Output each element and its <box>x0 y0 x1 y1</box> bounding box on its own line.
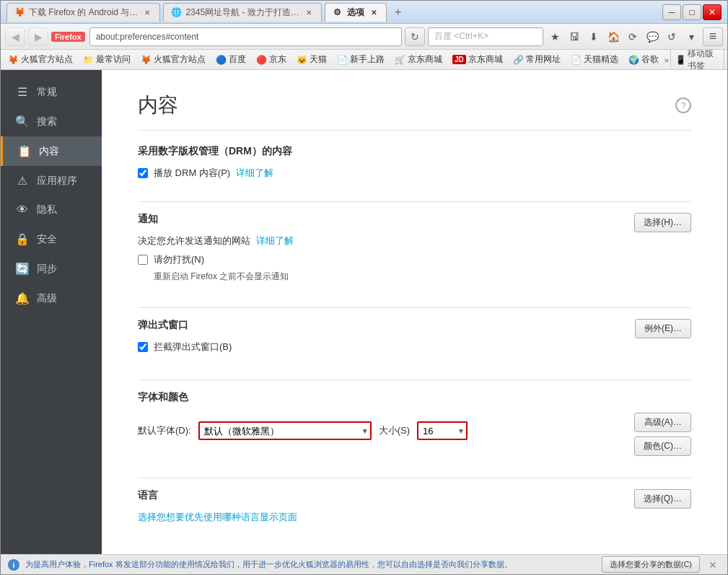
tab-close-1[interactable]: ✕ <box>142 7 152 17</box>
menu-button[interactable]: ≡ <box>703 27 723 46</box>
more-nav-icon[interactable]: ▾ <box>683 28 700 45</box>
font-color-button[interactable]: 颜色(C)… <box>634 436 691 456</box>
history-icon[interactable]: ↺ <box>663 28 680 45</box>
size-select[interactable]: 16 12 14 18 20 24 <box>417 421 468 440</box>
bookmark-huhu[interactable]: 🦊 火狐官方站点 <box>4 52 77 67</box>
status-share-button[interactable]: 选择您要分享的数据(C) <box>602 556 700 573</box>
bookmark-common[interactable]: 🔗 常用网址 <box>509 52 565 67</box>
tab-close-2[interactable]: ✕ <box>304 7 314 17</box>
bookmark-google[interactable]: 🌍 谷歌 <box>624 52 663 67</box>
size-label: 大小(S) <box>379 424 410 437</box>
dnd-checkbox[interactable] <box>138 255 148 265</box>
tab-firefox-android[interactable]: 🦊 下载 Firefox 的 Android 与… ✕ <box>6 3 160 22</box>
sidebar-privacy-label: 隐私 <box>37 203 57 216</box>
sidebar-item-content[interactable]: 📋 内容 <box>1 136 102 166</box>
browser-window: 🦊 下载 Firefox 的 Android 与… ✕ 🌐 2345网址导航 -… <box>0 0 728 575</box>
drm-section: 采用数字版权管理（DRM）的内容 播放 DRM 内容(P) 详细了解 <box>138 145 691 180</box>
sidebar-general-label: 常规 <box>37 86 57 99</box>
notifications-inline: 通知 决定您允许发送通知的网站 详细了解 请勿打扰(N) 重新启动 Firefo… <box>138 213 691 286</box>
language-desc[interactable]: 选择您想要优先使用哪种语言显示页面 <box>138 512 297 522</box>
tab-2345[interactable]: 🌐 2345网址导航 - 致力于打造… ✕ <box>163 3 321 22</box>
chat-icon[interactable]: 💬 <box>644 28 661 45</box>
drm-checkbox-label: 播放 DRM 内容(P) <box>154 167 230 180</box>
bookmark-recent[interactable]: 📁 最常访问 <box>79 52 135 67</box>
sidebar-content-label: 内容 <box>39 145 59 158</box>
statusbar: i 为提高用户体验，Firefox 将发送部分功能的使用情况给我们，用于进一步优… <box>1 554 727 574</box>
language-choose-button[interactable]: 选择(Q)… <box>634 489 691 509</box>
fonts-section: 字体和颜色 默认字体(D): 默认（微软雅黑） ▼ <box>138 391 691 456</box>
maximize-button[interactable]: □ <box>683 4 701 20</box>
save-icon[interactable]: 🖫 <box>566 28 583 45</box>
font-select[interactable]: 默认（微软雅黑） <box>198 421 372 440</box>
sidebar-item-apps[interactable]: ⚠ 应用程序 <box>1 166 102 196</box>
divider-4 <box>138 478 691 478</box>
back-button[interactable]: ◀ <box>5 27 25 46</box>
sidebar-item-general[interactable]: ☰ 常规 <box>1 77 102 107</box>
bookmark-google-label: 谷歌 <box>641 53 659 66</box>
new-tab-button[interactable]: + <box>390 4 407 21</box>
tab-close-3[interactable]: ✕ <box>369 7 379 17</box>
sidebar: ☰ 常规 🔍 搜索 📋 内容 ⚠ 应用程序 👁 隐私 🔒 安全 <box>1 70 102 554</box>
bookmark-icon[interactable]: ★ <box>546 28 563 45</box>
bookmark-tianmao[interactable]: 🐱 天猫 <box>292 52 331 67</box>
font-advanced-button[interactable]: 高级(A)… <box>634 413 691 432</box>
tab-options[interactable]: ⚙ 选项 ✕ <box>325 3 387 22</box>
security-icon: 🔒 <box>15 232 30 246</box>
bookmark-jdshop[interactable]: 🛒 京东商城 <box>390 52 447 67</box>
drm-learn-more[interactable]: 详细了解 <box>236 167 273 180</box>
home-icon[interactable]: 🏠 <box>605 28 622 45</box>
sidebar-item-security[interactable]: 🔒 安全 <box>1 224 102 254</box>
window-controls: ─ □ ✕ <box>662 4 722 20</box>
bookmark-common-label: 常用网址 <box>526 53 561 66</box>
font-buttons: 高级(A)… 颜色(C)… <box>634 413 691 456</box>
bookmark-huhu2[interactable]: 🦊 火狐官方站点 <box>136 52 210 67</box>
sidebar-item-sync[interactable]: 🔄 同步 <box>1 254 102 284</box>
minimize-button[interactable]: ─ <box>662 4 681 20</box>
fonts-title: 字体和颜色 <box>138 391 691 404</box>
help-icon[interactable]: ? <box>675 97 691 113</box>
advanced-icon: 🔔 <box>15 291 30 305</box>
bookmark-newuser[interactable]: 📄 新手上路 <box>333 52 389 67</box>
bookmarks-more[interactable]: » <box>665 56 669 64</box>
language-inline: 语言 选择您想要优先使用哪种语言显示页面 选择(Q)… <box>138 489 691 524</box>
bookmark-huhu2-label: 火狐官方站点 <box>154 53 206 66</box>
sidebar-item-privacy[interactable]: 👁 隐私 <box>1 196 102 224</box>
bookmark-newuser-label: 新手上路 <box>350 53 385 66</box>
language-title: 语言 <box>138 489 634 502</box>
download-icon[interactable]: ⬇ <box>585 28 602 45</box>
bookmark-huhu-label: 火狐官方站点 <box>21 53 73 66</box>
language-right: 选择(Q)… <box>634 489 691 509</box>
content-inner: 内容 ? 采用数字版权管理（DRM）的内容 播放 DRM 内容(P) 详细了解 <box>102 70 727 554</box>
sidebar-item-search[interactable]: 🔍 搜索 <box>1 107 102 136</box>
notifications-choose-button[interactable]: 选择(H)… <box>634 213 691 232</box>
bookmark-tianmaojx[interactable]: 📄 天猫精选 <box>566 52 623 67</box>
bookmark-tianmao-label: 天猫 <box>310 53 327 66</box>
sidebar-search-label: 搜索 <box>37 115 57 128</box>
apps-icon: ⚠ <box>15 174 30 188</box>
reload-button[interactable]: ↻ <box>405 27 425 46</box>
address-input[interactable] <box>96 32 395 42</box>
search-bar[interactable]: 百度 <Ctrl+K> <box>428 27 543 46</box>
mobile-bookmarks[interactable]: 📱 移动版书签 <box>670 50 724 70</box>
close-button[interactable]: ✕ <box>703 4 722 20</box>
drm-title: 采用数字版权管理（DRM）的内容 <box>138 145 691 158</box>
sync-icon[interactable]: ⟳ <box>624 28 641 45</box>
forward-button[interactable]: ▶ <box>28 27 48 46</box>
popup-checkbox[interactable] <box>138 342 148 352</box>
bookmarks-bar: 🦊 火狐官方站点 📁 最常访问 🦊 火狐官方站点 🔵 百度 🔴 京东 🐱 天猫 … <box>1 50 727 70</box>
bookmark-jd[interactable]: 🔴 京东 <box>252 52 291 67</box>
bookmark-common-icon: 🔗 <box>513 55 524 65</box>
sidebar-item-advanced[interactable]: 🔔 高级 <box>1 284 102 313</box>
popup-right: 例外(E)… <box>635 319 691 338</box>
notifications-learn-more[interactable]: 详细了解 <box>256 234 294 247</box>
popup-exception-button[interactable]: 例外(E)… <box>635 319 691 338</box>
bookmark-jdshop2[interactable]: JD 京东商城 <box>448 52 507 67</box>
bookmark-baidu[interactable]: 🔵 百度 <box>211 52 250 67</box>
sidebar-sync-label: 同步 <box>37 263 57 276</box>
drm-checkbox[interactable] <box>138 168 148 178</box>
status-close-button[interactable]: ✕ <box>706 558 720 572</box>
address-bar[interactable] <box>89 27 402 46</box>
main-area: ☰ 常规 🔍 搜索 📋 内容 ⚠ 应用程序 👁 隐私 🔒 安全 <box>1 70 727 554</box>
notifications-section: 通知 决定您允许发送通知的网站 详细了解 请勿打扰(N) 重新启动 Firefo… <box>138 213 691 286</box>
tab-label: 下载 Firefox 的 Android 与… <box>29 6 138 19</box>
